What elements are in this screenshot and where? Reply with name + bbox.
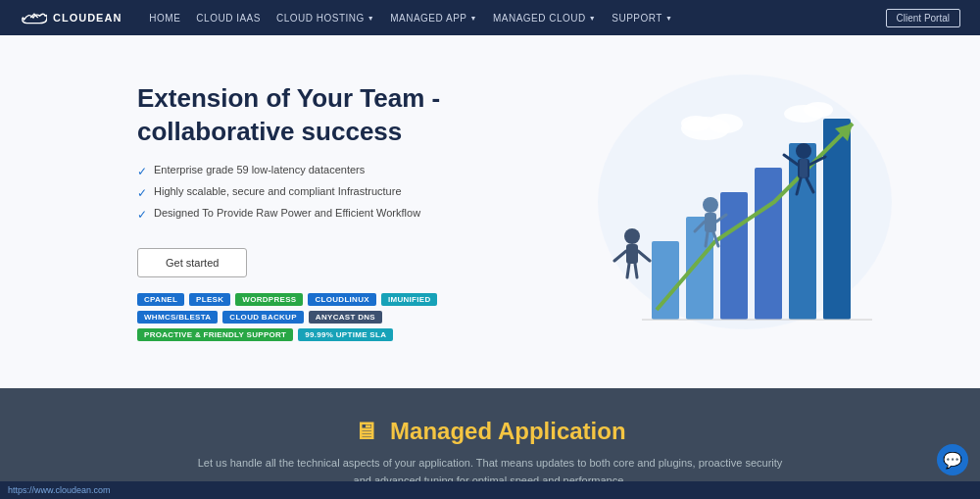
tag-wordpress[interactable]: WORDPRESS [235,293,303,306]
svg-point-14 [624,228,640,244]
chat-bubble[interactable]: 💬 [937,444,968,475]
client-portal-button[interactable]: Client Portal [886,9,960,27]
hero-title: Extension of Your Team - collaborative s… [137,82,500,149]
navbar: CLOUDEAN HOME CLOUD IAAS CLOUD HOSTING▼ … [0,0,980,35]
chevron-down-icon: ▼ [665,15,672,22]
get-started-button[interactable]: Get started [137,248,247,277]
hero-feature-2: ✓ Highly scalable, secure and compliant … [137,185,500,200]
chevron-down-icon: ▼ [470,15,477,22]
tag-anycast[interactable]: ANYCAST DNS [309,311,382,324]
svg-rect-15 [626,244,638,264]
nav-managed-app[interactable]: MANAGED APP▼ [390,13,477,24]
logo-text: CLOUDEAN [53,12,122,24]
svg-point-26 [796,143,811,159]
chat-icon: 💬 [943,451,962,470]
svg-rect-8 [720,192,748,320]
hero-content: Extension of Your Team - collaborative s… [137,82,500,342]
nav-home[interactable]: HOME [149,13,180,24]
svg-rect-28 [800,159,808,178]
hero-feature-1: ✓ Enterprise grade 59 low-latency datace… [137,164,500,178]
nav-cloud-iaas[interactable]: CLOUD IAAS [196,13,261,24]
tags-container: CPANEL PLESK WORDPRESS CLOUDLINUX IMUNIF… [137,293,500,341]
tag-imunified[interactable]: IMUNIFIED [381,293,438,306]
svg-point-3 [681,116,710,131]
managed-app-label: Managed Application [390,418,625,444]
svg-point-2 [708,114,743,133]
logo[interactable]: CLOUDEAN [20,8,122,27]
tag-plesk[interactable]: PLESK [189,293,230,306]
tag-support[interactable]: PROACTIVE & FRIENDLY SUPPORT [137,328,293,341]
hero-illustration [500,75,911,349]
tag-cpanel[interactable]: CPANEL [137,293,184,306]
nav-managed-cloud[interactable]: MANAGED CLOUD▼ [493,13,596,24]
tag-cloudlinux[interactable]: CLOUDLINUX [308,293,375,306]
svg-point-20 [703,197,718,213]
svg-rect-21 [705,213,716,232]
logo-icon [20,8,47,27]
chevron-down-icon: ▼ [368,15,374,22]
nav-support[interactable]: SUPPORT▼ [612,13,672,24]
managed-app-title: 🖥 Managed Application [20,418,960,445]
check-icon-2: ✓ [137,186,147,200]
check-icon-3: ✓ [137,208,147,222]
tag-whmcs[interactable]: WHMCS/BLESTA [137,311,218,324]
tag-uptime[interactable]: 99.99% UPTIME SLA [298,328,393,341]
nav-cloud-hosting[interactable]: CLOUD HOSTING▼ [276,13,374,24]
chevron-down-icon: ▼ [589,15,596,22]
check-icon-1: ✓ [137,165,147,178]
hero-section: Extension of Your Team - collaborative s… [0,35,980,388]
nav-links: HOME CLOUD IAAS CLOUD HOSTING▼ MANAGED A… [149,13,867,24]
monitor-icon: 🖥 [354,418,377,444]
svg-line-19 [635,264,637,277]
status-url: https://www.cloudean.com [8,485,111,495]
svg-rect-9 [755,168,782,320]
svg-point-5 [804,102,833,118]
svg-line-18 [627,264,629,277]
status-bar: https://www.cloudean.com [0,481,980,499]
hero-feature-3: ✓ Designed To Provide Raw Power and Effi… [137,207,500,222]
tag-cloud-backup[interactable]: CLOUD BACKUP [222,311,304,324]
svg-line-24 [706,232,708,246]
illustration-svg [500,75,911,349]
